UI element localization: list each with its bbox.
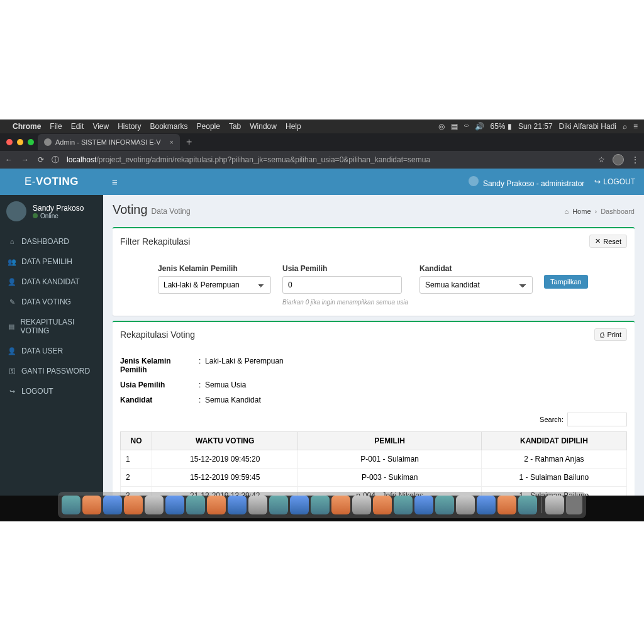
dock-app[interactable] (103, 496, 122, 514)
dock-firefox[interactable] (248, 496, 267, 514)
dock-app[interactable] (186, 496, 205, 514)
kandidat-label: Kandidat (419, 264, 533, 273)
menubar-window[interactable]: Window (250, 122, 277, 131)
nav-pemilih[interactable]: 👥DATA PEMILIH (0, 252, 103, 272)
dock-chrome[interactable] (269, 496, 288, 514)
signout-icon: ↪ (8, 387, 16, 396)
menubar-help[interactable]: Help (286, 122, 301, 131)
page-subtitle: Data Voting (152, 207, 191, 216)
usia-help: Biarkan 0 jika ingin menampilkan semua u… (282, 299, 408, 306)
breadcrumb-home[interactable]: Home (572, 208, 591, 215)
print-button[interactable]: ⎙Print (594, 328, 627, 341)
tampilkan-button[interactable]: Tampilkan (544, 275, 588, 289)
logout-button[interactable]: ↪LOGOUT (594, 177, 635, 186)
wifi-icon[interactable]: ⌔ (464, 122, 469, 131)
tab-close-icon[interactable]: × (169, 138, 173, 146)
dock-notes[interactable] (207, 496, 226, 514)
tab-title: Admin - SISTEM INFORMASI E-V (55, 138, 160, 146)
profile-avatar-icon[interactable] (613, 154, 624, 165)
forward-icon[interactable]: → (21, 155, 29, 164)
jk-select[interactable]: Laki-laki & Perempuan (158, 276, 271, 294)
dock-whatsapp[interactable] (373, 496, 392, 514)
nav-kandidat[interactable]: 👤DATA KANDIDAT (0, 272, 103, 292)
dock-app[interactable] (497, 496, 516, 514)
col-pemilih[interactable]: PEMILIH (298, 432, 481, 450)
dock-settings[interactable] (414, 496, 433, 514)
dock-terminal[interactable] (456, 496, 475, 514)
menubar-edit[interactable]: Edit (71, 122, 84, 131)
spotlight-icon[interactable]: ⌕ (623, 122, 627, 131)
menu-icon[interactable]: ⋮ (631, 155, 639, 164)
minimize-icon[interactable] (17, 139, 23, 145)
close-icon[interactable] (6, 139, 13, 145)
user-icon: 👤 (8, 278, 16, 286)
dock-imovie[interactable] (435, 496, 454, 514)
home-icon: ⌂ (8, 238, 16, 245)
search-input[interactable] (567, 413, 627, 426)
dock-xd[interactable] (311, 496, 330, 514)
back-icon[interactable]: ← (5, 155, 13, 164)
dock-app[interactable] (165, 496, 184, 514)
breadcrumb-current: Dashboard (601, 208, 635, 215)
search-label: Search: (540, 416, 564, 423)
dock-folder[interactable] (545, 496, 564, 514)
col-no[interactable]: NO (121, 432, 152, 450)
reload-icon[interactable]: ⟳ (38, 155, 44, 164)
usia-input[interactable] (282, 276, 402, 294)
menubar-history[interactable]: History (118, 122, 141, 131)
url-bar[interactable]: localhost/project_evoting/admin/rekapitu… (67, 155, 591, 164)
volume-icon[interactable]: 🔊 (475, 122, 484, 131)
breadcrumb-home-icon: ⌂ (565, 208, 569, 215)
users-icon: 👥 (8, 258, 16, 266)
content: Voting Data Voting ⌂ Home › Dashboard Fi… (103, 195, 644, 496)
dock-teamviewer[interactable] (518, 496, 537, 514)
voting-table: NO WAKTU VOTING PEMILIH KANDIDAT DIPILIH… (120, 431, 627, 496)
dock-app[interactable] (331, 496, 350, 514)
dock-sketch[interactable] (352, 496, 371, 514)
user-status: Online (33, 213, 84, 219)
brand[interactable]: E-VOTING (0, 175, 103, 188)
canvas-bottom (0, 521, 644, 644)
nav-voting[interactable]: ✎DATA VOTING (0, 292, 103, 312)
col-waktu[interactable]: WAKTU VOTING (152, 432, 298, 450)
browser-tab[interactable]: Admin - SISTEM INFORMASI E-V × (38, 134, 180, 150)
nav-user[interactable]: 👤DATA USER (0, 341, 103, 361)
menubar-people[interactable]: People (197, 122, 220, 131)
mac-dock (58, 492, 586, 518)
dock-safari[interactable] (82, 496, 101, 514)
dock-photoshop[interactable] (290, 496, 309, 514)
notif-icon[interactable]: ≡ (633, 122, 638, 131)
user-menu[interactable]: Sandy Prakoso - administrator (469, 176, 584, 188)
new-tab-button[interactable]: + (180, 136, 198, 148)
hamburger-icon[interactable]: ≡ (103, 177, 126, 187)
site-info-icon[interactable]: ⓘ (52, 155, 59, 165)
dock-app[interactable] (477, 496, 496, 514)
nav-dashboard[interactable]: ⌂DASHBOARD (0, 231, 103, 252)
dock-trash[interactable] (566, 496, 582, 514)
clock[interactable]: Sun 21:57 (518, 122, 553, 131)
menubar-tab[interactable]: Tab (229, 122, 241, 131)
screen-icon[interactable]: ▤ (451, 122, 458, 131)
col-kandidat[interactable]: KANDIDAT DIPILIH (481, 432, 626, 450)
sidebar: Sandy Prakoso Online ⌂DASHBOARD 👥DATA PE… (0, 195, 103, 496)
dock-finder[interactable] (62, 496, 80, 514)
mac-user[interactable]: Diki Alfarabi Hadi (559, 122, 616, 131)
menubar-file[interactable]: File (50, 122, 62, 131)
menubar-app[interactable]: Chrome (13, 122, 41, 131)
nav-ganti[interactable]: ⚿GANTI PASSWORD (0, 361, 103, 381)
nav-logout[interactable]: ↪LOGOUT (0, 381, 103, 401)
dock-music[interactable] (124, 496, 143, 514)
menubar-view[interactable]: View (92, 122, 109, 131)
dock-appstore[interactable] (145, 496, 164, 514)
kandidat-select[interactable]: Semua kandidat (419, 276, 533, 294)
star-icon[interactable]: ☆ (598, 155, 605, 164)
reset-button[interactable]: ✕Reset (589, 235, 627, 248)
user-panel: Sandy Prakoso Online (0, 195, 103, 228)
table-row: 115-12-2019 09:45:20P-001 - Sulaiman2 - … (121, 450, 627, 469)
nav-rekap[interactable]: ▤REKAPITULASI VOTING (0, 312, 103, 341)
cloud-icon[interactable]: ◎ (438, 122, 445, 131)
dock-app[interactable] (228, 496, 247, 514)
maximize-icon[interactable] (28, 139, 34, 145)
dock-sublime[interactable] (394, 496, 413, 514)
menubar-bookmarks[interactable]: Bookmarks (150, 122, 188, 131)
